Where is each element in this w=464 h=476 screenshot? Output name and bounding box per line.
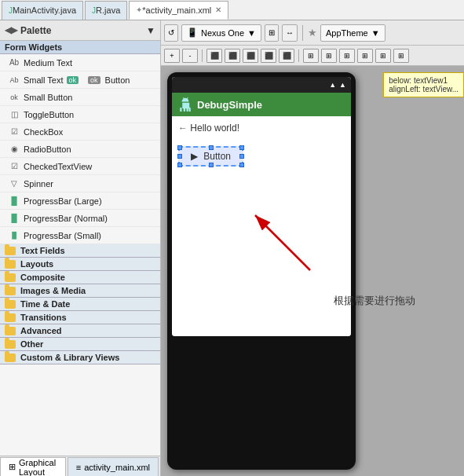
device-options-icon: ⊞ <box>269 28 275 37</box>
tooltip-box: below: textView1 alignLeft: textView... <box>383 72 464 97</box>
palette-scroll[interactable]: Form Widgets Ab Medium Text Ab Small Tex… <box>0 41 160 456</box>
margins-button[interactable]: ⊞ <box>339 49 355 63</box>
checked-text-view-icon: ☑ <box>8 162 20 170</box>
device-icon: 📱 <box>187 27 198 38</box>
theme-dropdown[interactable]: AppTheme ▼ <box>320 24 385 42</box>
palette-dropdown-icon[interactable]: ▼ <box>146 25 155 36</box>
item-checked-text-view[interactable]: ☑ CheckedTextView <box>0 158 160 175</box>
device-dropdown-icon: ▼ <box>247 28 256 38</box>
close-tab-icon[interactable]: ✕ <box>215 5 221 14</box>
button-widget[interactable]: ▶ Button <box>178 146 243 167</box>
render-button[interactable]: ⊞ <box>393 49 409 63</box>
small-text-icon: Ab <box>8 76 20 84</box>
item-progressbar-normal[interactable]: █ ProgressBar (Normal) <box>0 210 160 227</box>
item-progressbar-small[interactable]: █ ProgressBar (Small) <box>0 227 160 244</box>
snap-button[interactable]: ⊞ <box>321 49 337 63</box>
item-checkbox[interactable]: ☑ CheckBox <box>0 123 160 141</box>
distribute-button[interactable]: ⬛ <box>279 49 294 63</box>
section-images-media[interactable]: Images & Media <box>0 284 160 298</box>
anchor-tm[interactable] <box>209 145 214 150</box>
small-text-badge: ok <box>67 76 79 84</box>
item-spinner[interactable]: ▽ Spinner <box>0 175 160 192</box>
android-logo-icon <box>178 97 192 112</box>
section-time-date[interactable]: Time & Date <box>0 298 160 311</box>
section-label: Images & Media <box>20 286 86 295</box>
anchor-br[interactable] <box>239 163 244 167</box>
section-custom-library-views[interactable]: Custom & Library Views <box>0 351 160 364</box>
section-label: Time & Date <box>20 299 70 309</box>
item-small-text[interactable]: Ab Small Text ok ok Button <box>0 71 160 89</box>
section-transitions[interactable]: Transitions <box>0 311 160 324</box>
arrow-left-icon: ← <box>178 123 188 134</box>
zoom-out-button[interactable]: - <box>182 49 198 63</box>
spinner-icon: ▽ <box>8 179 20 188</box>
section-label: Other <box>20 339 43 349</box>
align-top-button[interactable]: ⬛ <box>261 49 276 63</box>
expand-button[interactable]: ⊞ <box>357 49 373 63</box>
second-toolbar: + - ⬛ ⬛ ⬛ ⬛ ⬛ ⊞ ⊞ ⊞ ⊞ ⊞ ⊞ <box>161 46 464 66</box>
tab-graphical-layout[interactable]: ⊞ Graphical Layout <box>0 457 66 476</box>
section-other[interactable]: Other <box>0 338 160 351</box>
grid-icon: ⊞ <box>308 52 314 60</box>
app-title: DebugSimple <box>197 99 262 111</box>
align-center-button[interactable]: ⬛ <box>225 49 240 63</box>
section-layouts[interactable]: Layouts <box>0 258 160 271</box>
item-progressbar-large[interactable]: █ ProgressBar (Large) <box>0 192 160 210</box>
anchor-bm[interactable] <box>209 163 214 167</box>
orientation-button[interactable]: ↔ <box>282 24 298 42</box>
star-icon: ★ <box>308 27 317 38</box>
tab-label: Graphical Layout <box>19 458 57 477</box>
item-medium-text[interactable]: Ab Medium Text <box>0 54 160 71</box>
layout-icon: ⊞ <box>380 52 386 60</box>
theme-dropdown-icon: ▼ <box>371 28 380 38</box>
layout-button[interactable]: ⊞ <box>375 49 391 63</box>
tooltip-line1: below: textView1 <box>389 76 459 85</box>
palette-title: Palette <box>20 25 51 36</box>
item-toggle-button[interactable]: ◫ ToggleButton <box>0 106 160 123</box>
tab-r-java[interactable]: J R.java <box>85 1 127 20</box>
separator2 <box>298 49 299 62</box>
undo-button[interactable]: ↺ <box>164 24 178 42</box>
section-advanced[interactable]: Advanced <box>0 324 160 338</box>
advanced-folder-icon <box>5 327 16 335</box>
button-badge: ok <box>88 76 100 84</box>
tab-main-activity[interactable]: J MainActivity.java <box>2 1 83 20</box>
progressbar-normal-icon: █ <box>8 214 20 222</box>
section-text-fields[interactable]: Text Fields <box>0 244 160 258</box>
item-label: ProgressBar (Small) <box>24 231 101 240</box>
grid-button[interactable]: ⊞ <box>303 49 319 63</box>
separator <box>202 49 203 62</box>
item-label: Medium Text <box>24 58 72 68</box>
custom-library-folder-icon <box>5 353 16 362</box>
anchor-tl[interactable] <box>177 145 182 150</box>
align-left-button[interactable]: ⬛ <box>206 49 222 63</box>
wifi-icon: ▲ <box>329 81 336 89</box>
tab-activity-main[interactable]: ✦ *activity_main.xml ✕ <box>129 1 228 20</box>
device-dropdown[interactable]: 📱 Nexus One ▼ <box>181 24 261 42</box>
section-label: Transitions <box>20 313 67 322</box>
progressbar-small-icon: █ <box>8 232 20 239</box>
item-label: ProgressBar (Normal) <box>24 214 108 223</box>
anchor-tr[interactable] <box>239 145 244 150</box>
button-label-inline: Button <box>105 75 130 85</box>
button-label: Button <box>203 151 231 162</box>
item-radio-button[interactable]: ◉ RadioButton <box>0 141 160 158</box>
checkbox-icon: ☑ <box>8 127 20 136</box>
section-composite[interactable]: Composite <box>0 271 160 284</box>
anchor-mr[interactable] <box>239 154 244 159</box>
hello-text: ← Hello world! <box>178 123 345 134</box>
section-form-widgets[interactable]: Form Widgets <box>0 41 160 54</box>
anchor-bl[interactable] <box>177 163 182 167</box>
zoom-in-button[interactable]: + <box>164 49 180 63</box>
item-small-button[interactable]: ok Small Button <box>0 89 160 106</box>
device-options-button[interactable]: ⊞ <box>265 24 279 42</box>
align-right-button[interactable]: ⬛ <box>243 49 258 63</box>
transitions-folder-icon <box>5 313 16 322</box>
anchor-ml[interactable] <box>177 154 182 159</box>
tab-icon: ✦ <box>136 5 142 14</box>
palette-arrows-icon: ◀▶ <box>5 25 17 35</box>
button-container: ▶ Button <box>178 143 243 167</box>
device-label: Nexus One <box>201 28 244 38</box>
tab-activity-main-xml[interactable]: ≡ activity_main.xml <box>68 457 159 476</box>
phone-content: ← Hello world! ▶ Button <box>172 116 351 336</box>
